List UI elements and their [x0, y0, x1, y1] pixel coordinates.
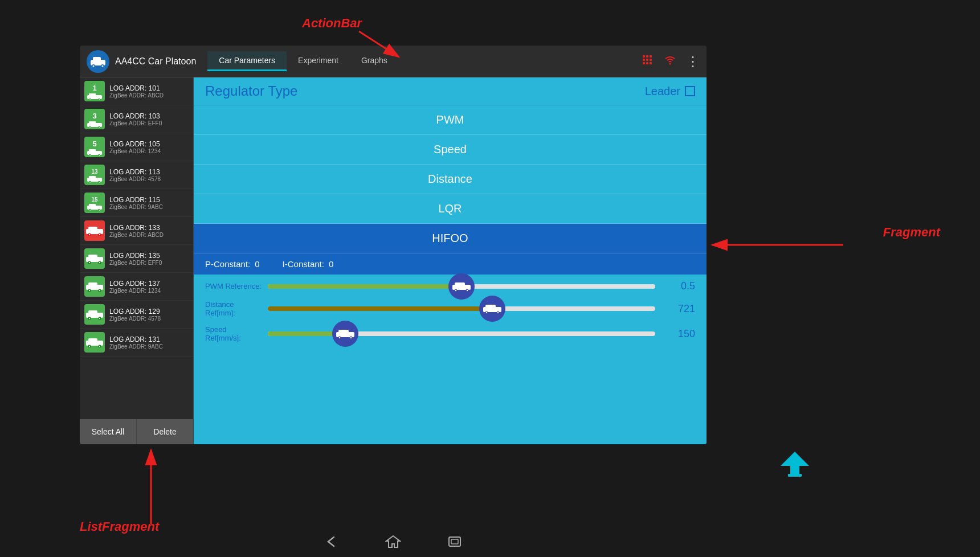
- slider-value-2: 150: [661, 328, 695, 340]
- car-info: LOG ADDR: 105ZigBee ADDR: 1234: [109, 140, 189, 154]
- svg-rect-11: [646, 62, 648, 64]
- slider-label-0: PWM Reference:: [205, 282, 262, 290]
- svg-point-80: [455, 289, 456, 290]
- leader-text: Leader: [645, 85, 680, 98]
- slider-thumb-1[interactable]: [479, 296, 505, 322]
- svg-point-81: [467, 289, 468, 290]
- svg-point-87: [497, 312, 499, 313]
- sliders-area: PWM Reference:0.5DistanceRef[mm]:721Spee…: [194, 275, 707, 444]
- svg-rect-13: [650, 59, 652, 61]
- regulator-button-lqr[interactable]: LQR: [194, 194, 707, 224]
- p-constant-label: P-Constant:: [205, 259, 250, 269]
- svg-rect-83: [485, 305, 496, 309]
- i-constant-label: I-Constant:: [283, 259, 324, 269]
- settings-icon[interactable]: [640, 53, 654, 70]
- upload-button[interactable]: [775, 443, 815, 483]
- svg-point-69: [99, 318, 100, 319]
- list-fragment: 1LOG ADDR: 101ZigBee ADDR: ABCD3LOG ADDR…: [80, 77, 194, 444]
- svg-point-86: [486, 312, 487, 313]
- svg-point-57: [99, 262, 100, 263]
- slider-value-1: 721: [661, 303, 695, 315]
- home-nav-icon[interactable]: [385, 534, 401, 553]
- car-info: LOG ADDR: 103ZigBee ADDR: EFF0: [109, 112, 189, 126]
- app-title: AA4CC Car Platoon: [115, 56, 196, 67]
- svg-point-4: [93, 65, 95, 67]
- slider-thumb-0[interactable]: [448, 273, 475, 300]
- svg-point-27: [99, 127, 100, 128]
- car-list-item[interactable]: LOG ADDR: 137ZigBee ADDR: 1234: [80, 273, 193, 301]
- leader-checkbox[interactable]: [685, 86, 695, 96]
- back-nav-icon[interactable]: [324, 535, 340, 552]
- svg-point-38: [89, 182, 91, 183]
- svg-rect-7: [646, 55, 648, 58]
- wifi-icon[interactable]: [663, 53, 677, 70]
- car-list-item[interactable]: LOG ADDR: 131ZigBee ADDR: 9ABC: [80, 329, 193, 357]
- svg-point-26: [89, 127, 91, 128]
- regulator-type-label: Regulator Type: [205, 83, 297, 99]
- fragment: Regulator Type Leader PWMSpeedDistanceLQ…: [194, 77, 707, 444]
- select-all-button[interactable]: Select All: [80, 419, 137, 444]
- regulator-button-distance[interactable]: Distance: [194, 165, 707, 194]
- svg-point-45: [99, 210, 100, 211]
- slider-track-2[interactable]: [268, 331, 655, 336]
- recent-nav-icon[interactable]: [447, 535, 463, 552]
- svg-rect-71: [88, 338, 97, 343]
- svg-rect-14: [650, 62, 652, 64]
- car-list-item[interactable]: 3LOG ADDR: 103ZigBee ADDR: EFF0: [80, 105, 193, 133]
- fragment-annotation: Fragment: [883, 225, 940, 240]
- car-list-item[interactable]: 1LOG ADDR: 101ZigBee ADDR: ABCD: [80, 77, 193, 105]
- regulator-button-pwm[interactable]: PWM: [194, 105, 707, 135]
- svg-point-44: [89, 210, 91, 211]
- car-list-item[interactable]: 5LOG ADDR: 105ZigBee ADDR: 1234: [80, 133, 193, 161]
- car-info: LOG ADDR: 135ZigBee ADDR: EFF0: [109, 252, 189, 266]
- car-list-item[interactable]: 13LOG ADDR: 113ZigBee ADDR: 4578: [80, 161, 193, 189]
- svg-rect-96: [449, 537, 460, 546]
- car-list-item[interactable]: LOG ADDR: 133ZigBee ADDR: ABCD: [80, 217, 193, 245]
- list-fragment-annotation: ListFragment: [80, 519, 159, 534]
- slider-row-2: SpeedRef[mm/s]:150: [205, 325, 695, 342]
- svg-marker-94: [781, 452, 809, 474]
- car-info: LOG ADDR: 101ZigBee ADDR: ABCD: [109, 84, 189, 99]
- svg-point-92: [339, 337, 340, 338]
- car-info: LOG ADDR: 137ZigBee ADDR: 1234: [109, 280, 189, 294]
- svg-point-93: [350, 337, 352, 338]
- svg-point-51: [99, 234, 100, 235]
- regulator-button-speed[interactable]: Speed: [194, 135, 707, 165]
- svg-rect-65: [88, 310, 97, 315]
- delete-button[interactable]: Delete: [137, 419, 193, 444]
- car-list-item[interactable]: LOG ADDR: 129ZigBee ADDR: 4578: [80, 301, 193, 329]
- svg-rect-77: [455, 282, 465, 287]
- constants-row: P-Constant: 0 I-Constant: 0: [194, 253, 707, 275]
- tab-car-parameters[interactable]: Car Parameters: [207, 51, 287, 71]
- actionbar-annotation: ActionBar: [302, 16, 362, 31]
- car-info: LOG ADDR: 133ZigBee ADDR: ABCD: [109, 224, 189, 238]
- slider-row-0: PWM Reference:0.5: [205, 280, 695, 292]
- slider-track-1[interactable]: [268, 306, 655, 311]
- car-info: LOG ADDR: 115ZigBee ADDR: 9ABC: [109, 196, 189, 210]
- tab-graphs[interactable]: Graphs: [350, 51, 399, 71]
- slider-label-1: DistanceRef[mm]:: [205, 300, 262, 317]
- svg-point-15: [669, 63, 671, 64]
- svg-point-68: [89, 318, 90, 319]
- svg-point-74: [89, 346, 90, 347]
- svg-rect-47: [88, 227, 97, 231]
- regulator-button-hifoo[interactable]: HIFOO: [194, 224, 707, 253]
- car-list-item[interactable]: 15LOG ADDR: 115ZigBee ADDR: 9ABC: [80, 189, 193, 217]
- main-content: 1LOG ADDR: 101ZigBee ADDR: ABCD3LOG ADDR…: [80, 77, 707, 444]
- tab-experiment[interactable]: Experiment: [287, 51, 350, 71]
- app-container: AA4CC Car Platoon Car Parameters Experim…: [80, 46, 707, 444]
- svg-point-21: [99, 99, 100, 100]
- svg-rect-97: [451, 539, 458, 544]
- slider-track-0[interactable]: [268, 284, 655, 289]
- svg-rect-29: [89, 149, 96, 153]
- svg-rect-12: [650, 55, 652, 58]
- car-logo-icon: [89, 55, 107, 68]
- svg-point-5: [102, 65, 104, 67]
- regulator-buttons: PWMSpeedDistanceLQRHIFOO: [194, 105, 707, 253]
- list-buttons: Select All Delete: [80, 419, 193, 444]
- car-list-item[interactable]: LOG ADDR: 135ZigBee ADDR: EFF0: [80, 245, 193, 273]
- slider-thumb-2[interactable]: [332, 321, 358, 347]
- svg-rect-59: [88, 282, 97, 287]
- svg-point-39: [99, 182, 100, 183]
- more-options-icon[interactable]: ⋮: [686, 54, 700, 69]
